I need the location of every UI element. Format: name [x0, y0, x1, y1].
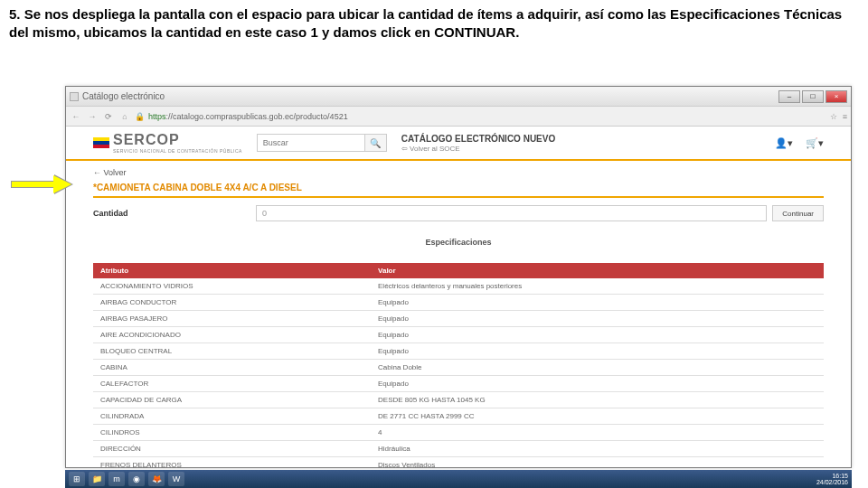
search-input[interactable]	[257, 134, 365, 152]
value-cell: Equipado	[371, 311, 824, 327]
address-bar: ← → ⟳ ⌂ 🔒 https://catalogo.compraspublic…	[66, 107, 851, 127]
cart-icon[interactable]: 🛒▾	[806, 137, 824, 149]
system-tray[interactable]: 16:15 24/02/2016	[816, 473, 848, 485]
value-cell: Discos Ventilados	[371, 457, 824, 468]
windows-taskbar: ⊞ 📁 m ◉ 🦊 W 16:15 24/02/2016	[65, 470, 852, 488]
attr-cell: FRENOS DELANTEROS	[93, 457, 371, 468]
nav-reload-button[interactable]: ⟳	[102, 110, 115, 123]
table-row: CILINDRADADE 2771 CC HASTA 2999 CC	[93, 408, 824, 425]
attr-cell: CABINA	[93, 360, 371, 376]
nav-forward-button[interactable]: →	[86, 110, 99, 123]
specs-table: Atributo Valor ACCIONAMIENTO VIDRIOSEléc…	[93, 263, 824, 467]
col-value: Valor	[371, 263, 824, 278]
attr-cell: ACCIONAMIENTO VIDRIOS	[93, 278, 371, 295]
table-row: FRENOS DELANTEROSDiscos Ventilados	[93, 457, 824, 468]
nav-back-button[interactable]: ←	[70, 110, 82, 123]
flag-icon	[93, 137, 109, 148]
catalog-title: CATÁLOGO ELECTRÓNICO NUEVO	[401, 134, 555, 144]
attr-cell: CALEFACTOR	[93, 376, 371, 392]
star-icon[interactable]: ☆	[830, 112, 837, 121]
quantity-input[interactable]	[256, 205, 767, 221]
volver-soce-link[interactable]: ⇦ Volver al SOCE	[401, 145, 555, 153]
callout-arrow	[11, 177, 74, 193]
site-header: SERCOP SERVICIO NACIONAL DE CONTRATACIÓN…	[66, 127, 851, 161]
window-minimize-button[interactable]: –	[778, 90, 800, 103]
col-attribute: Atributo	[93, 263, 371, 278]
table-row: AIRBAG CONDUCTOREquipado	[93, 295, 824, 311]
value-cell: Eléctricos delanteros y manuales posteri…	[371, 278, 824, 295]
search-icon: 🔍	[370, 138, 381, 148]
user-icon[interactable]: 👤▾	[775, 137, 793, 149]
chrome-icon[interactable]: ◉	[128, 472, 145, 486]
table-row: CILINDROS4	[93, 425, 824, 441]
table-row: BLOQUEO CENTRALEquipado	[93, 343, 824, 360]
lock-icon: 🔒	[135, 112, 145, 121]
clock-date: 24/02/2016	[816, 479, 848, 485]
app-icon-1[interactable]: m	[108, 472, 125, 486]
logo-sub-text: SERVICIO NACIONAL DE CONTRATACIÓN PÚBLIC…	[113, 148, 242, 154]
attr-cell: AIRE ACONDICIONADO	[93, 327, 371, 343]
window-maximize-button[interactable]: □	[802, 90, 824, 103]
quantity-row: Cantidad Continuar	[93, 205, 824, 221]
attr-cell: CILINDROS	[93, 425, 371, 441]
table-row: DIRECCIÓNHidráulica	[93, 441, 824, 457]
attr-cell: AIRBAG PASAJERO	[93, 311, 371, 327]
nav-home-button[interactable]: ⌂	[118, 110, 131, 123]
value-cell: Equipado	[371, 295, 824, 311]
browser-titlebar: Catálogo electrónico – □ ×	[66, 87, 851, 107]
table-row: CABINACabina Doble	[93, 360, 824, 376]
tab-favicon	[70, 92, 79, 101]
table-row: CAPACIDAD DE CARGADESDE 805 KG HASTA 104…	[93, 392, 824, 408]
sercop-logo: SERCOP SERVICIO NACIONAL DE CONTRATACIÓN…	[113, 132, 242, 154]
attr-cell: DIRECCIÓN	[93, 441, 371, 457]
word-icon[interactable]: W	[168, 472, 184, 486]
value-cell: Equipado	[371, 343, 824, 360]
attr-cell: BLOQUEO CENTRAL	[93, 343, 371, 360]
value-cell: Equipado	[371, 327, 824, 343]
specs-heading: Especificaciones	[93, 238, 824, 247]
explorer-icon[interactable]: 📁	[89, 472, 105, 486]
start-button[interactable]: ⊞	[69, 472, 85, 486]
value-cell: Hidráulica	[371, 441, 824, 457]
table-row: ACCIONAMIENTO VIDRIOSEléctricos delanter…	[93, 278, 824, 295]
volver-link[interactable]: ← Volver	[93, 168, 824, 177]
window-close-button[interactable]: ×	[826, 90, 847, 103]
value-cell: DE 2771 CC HASTA 2999 CC	[371, 408, 824, 425]
value-cell: Cabina Doble	[371, 360, 824, 376]
continuar-button[interactable]: Continuar	[772, 205, 824, 221]
url-text[interactable]: https://catalogo.compraspublicas.gob.ec/…	[148, 112, 826, 121]
search-wrap: 🔍	[257, 134, 387, 152]
instruction-text: 5. Se nos despliega la pantalla con el e…	[0, 0, 868, 44]
menu-icon[interactable]: ≡	[843, 112, 847, 121]
page-content: SERCOP SERVICIO NACIONAL DE CONTRATACIÓN…	[66, 127, 851, 467]
value-cell: 4	[371, 425, 824, 441]
firefox-icon[interactable]: 🦊	[148, 472, 165, 486]
browser-window: Catálogo electrónico – □ × ← → ⟳ ⌂ 🔒 htt…	[65, 86, 852, 468]
attr-cell: CAPACIDAD DE CARGA	[93, 392, 371, 408]
quantity-label: Cantidad	[93, 209, 256, 218]
search-button[interactable]: 🔍	[365, 134, 387, 152]
tab-title: Catálogo electrónico	[82, 91, 165, 101]
product-title: *CAMIONETA CABINA DOBLE 4X4 A/C A DIESEL	[93, 183, 824, 198]
value-cell: Equipado	[371, 376, 824, 392]
attr-cell: AIRBAG CONDUCTOR	[93, 295, 371, 311]
logo-main-text: SERCOP	[113, 132, 242, 148]
value-cell: DESDE 805 KG HASTA 1045 KG	[371, 392, 824, 408]
table-row: AIRBAG PASAJEROEquipado	[93, 311, 824, 327]
table-row: CALEFACTOREquipado	[93, 376, 824, 392]
clock-time: 16:15	[816, 473, 848, 479]
table-row: AIRE ACONDICIONADOEquipado	[93, 327, 824, 343]
attr-cell: CILINDRADA	[93, 408, 371, 425]
